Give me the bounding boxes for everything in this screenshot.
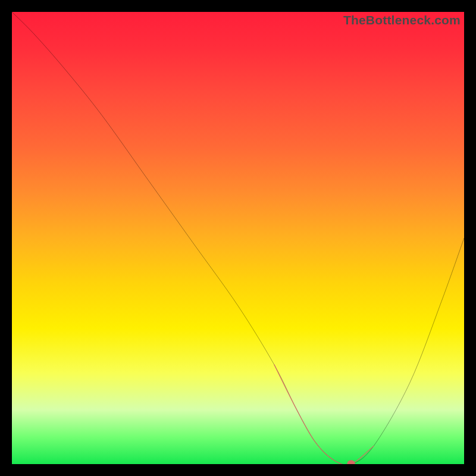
watermark-text: TheBottleneck.com [343,13,461,27]
highlight-segment [274,365,374,464]
overlay-svg [12,12,464,464]
highlight-point [347,460,355,464]
plot-area: TheBottleneck.com [12,12,464,464]
chart-frame: TheBottleneck.com [0,0,476,476]
